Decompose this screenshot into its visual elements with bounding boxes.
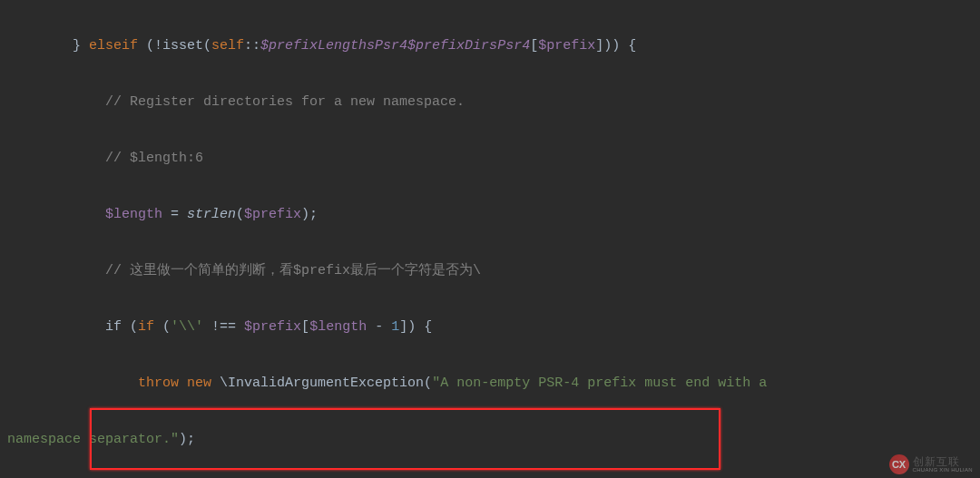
watermark-text: 创新互联 xyxy=(913,456,973,467)
code-line: $length = strlen($prefix); xyxy=(7,200,980,229)
code-editor-area[interactable]: } elseif (!isset(self::$prefixLengthsPsr… xyxy=(0,4,980,478)
code-line: // 这里做一个简单的判断，看$prefix最后一个字符是否为\ xyxy=(7,257,980,285)
code-line: throw new \InvalidArgumentException("A n… xyxy=(7,369,980,397)
code-line: if (if ('\\' !== $prefix[$length - 1]) { xyxy=(7,313,980,341)
watermark: CX 创新互联 CHUANG XIN HULIAN xyxy=(889,454,973,474)
code-line: // Register directories for a new namesp… xyxy=(7,88,980,116)
code-line: namespace separator."); xyxy=(7,425,980,454)
watermark-subtext: CHUANG XIN HULIAN xyxy=(913,467,973,473)
code-line: } elseif (!isset(self::$prefixLengthsPsr… xyxy=(7,32,980,60)
watermark-logo-icon: CX xyxy=(889,454,909,474)
code-line: // $length:6 xyxy=(7,144,980,172)
